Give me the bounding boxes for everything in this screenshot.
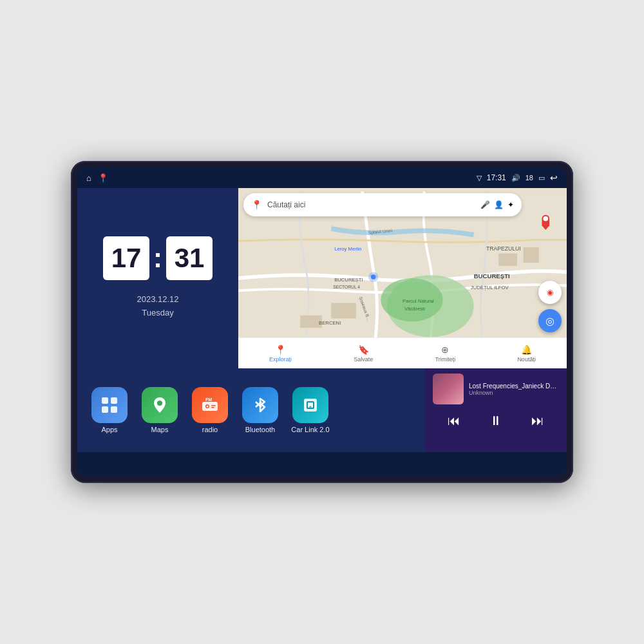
clock-date: 2023.12.12 Tuesday [137, 293, 178, 320]
carlink-svg-icon [301, 395, 320, 415]
map-nav-send[interactable]: ⊕ Trimiteți [435, 345, 456, 363]
send-icon: ⊕ [441, 345, 449, 355]
bottom-section: Apps Maps [77, 368, 567, 452]
apps-icon [91, 387, 128, 423]
radio-svg-icon: FM [200, 395, 220, 415]
music-prev-button[interactable]: ⏮ [441, 411, 467, 431]
map-nav-explore[interactable]: 📍 Explorați [269, 345, 292, 363]
map-compass-button[interactable]: ◉ [538, 281, 562, 304]
music-artist: Unknown [469, 390, 559, 396]
svg-text:Parcul Natural: Parcul Natural [402, 298, 434, 304]
map-locate-button[interactable]: ◎ [538, 309, 562, 332]
maps-label: Maps [151, 426, 169, 433]
carlink-label: Car Link 2.0 [291, 426, 329, 433]
more-options-icon[interactable]: ✦ [507, 200, 514, 209]
explore-label: Explorați [269, 356, 292, 363]
carlink-icon [292, 387, 328, 423]
bluetooth-label: Bluetooth [245, 426, 275, 433]
volume-icon: 🔊 [511, 174, 520, 182]
music-text: Lost Frequencies_Janieck Devy-... Unknow… [469, 383, 559, 396]
map-panel[interactable]: TRAPEZULUI BUCUREȘTI JUDEȚUL ILFOV BERCE… [238, 188, 567, 368]
maps-pin-icon [150, 395, 169, 415]
music-album-art [433, 374, 464, 404]
radio-label: radio [202, 426, 218, 433]
device-screen: ⌂ 📍 ▽ 17:31 🔊 18 ▭ ↩ 17 : [77, 167, 567, 477]
maps-icon [142, 387, 178, 423]
bluetooth-svg-icon [251, 395, 270, 415]
svg-rect-31 [211, 407, 214, 408]
svg-point-26 [157, 401, 162, 406]
clock-display: 17 : 31 [103, 236, 213, 280]
music-panel: Lost Frequencies_Janieck Devy-... Unknow… [425, 368, 567, 452]
map-search-pin-icon: 📍 [251, 200, 262, 210]
app-item-radio[interactable]: FM radio [188, 387, 232, 433]
app-item-bluetooth[interactable]: Bluetooth [238, 387, 282, 433]
compass-icon: ◉ [547, 288, 553, 297]
svg-rect-30 [211, 405, 216, 406]
map-nav-news[interactable]: 🔔 Noutăți [517, 345, 536, 363]
music-play-pause-button[interactable]: ⏸ [483, 411, 509, 431]
explore-icon: 📍 [275, 345, 286, 355]
status-time: 17:31 [487, 173, 506, 182]
svg-rect-25 [111, 406, 117, 413]
svg-rect-4 [524, 247, 539, 263]
status-bar-right: ▽ 17:31 🔊 18 ▭ ↩ [477, 173, 558, 183]
main-content: 17 : 31 2023.12.12 Tuesday [77, 188, 567, 477]
status-bar-left: ⌂ 📍 [86, 173, 108, 183]
bluetooth-icon [242, 387, 278, 423]
svg-rect-35 [308, 402, 313, 408]
music-title: Lost Frequencies_Janieck Devy-... [469, 383, 559, 390]
svg-rect-22 [102, 397, 108, 404]
apps-row: Apps Maps [77, 368, 425, 452]
map-search-input[interactable]: Căutați aici [267, 200, 475, 209]
album-art-image [433, 374, 464, 404]
svg-rect-24 [102, 406, 108, 413]
svg-point-29 [207, 406, 209, 408]
battery-level: 18 [526, 174, 533, 182]
locate-icon: ◎ [545, 315, 554, 327]
radio-icon: FM [192, 387, 228, 423]
saved-icon: 🔖 [358, 345, 369, 355]
status-bar: ⌂ 📍 ▽ 17:31 🔊 18 ▭ ↩ [77, 167, 567, 188]
music-next-button[interactable]: ⏭ [525, 411, 551, 431]
svg-text:TRAPEZULUI: TRAPEZULUI [486, 245, 521, 252]
map-nav-saved[interactable]: 🔖 Salvate [354, 345, 373, 363]
svg-text:FM: FM [205, 397, 212, 402]
music-info: Lost Frequencies_Janieck Devy-... Unknow… [433, 374, 559, 404]
apps-label: Apps [101, 426, 117, 433]
svg-text:BUCUREȘTI: BUCUREȘTI [474, 272, 510, 279]
svg-point-20 [371, 274, 376, 279]
svg-point-21 [543, 216, 548, 222]
signal-icon: ▽ [477, 174, 482, 182]
clock-minutes: 31 [166, 236, 213, 280]
home-icon[interactable]: ⌂ [86, 173, 91, 183]
battery-icon: ▭ [538, 174, 545, 182]
svg-text:Leroy Merlin: Leroy Merlin [334, 246, 361, 252]
svg-rect-27 [202, 402, 218, 411]
car-display-device: ⌂ 📍 ▽ 17:31 🔊 18 ▭ ↩ 17 : [71, 161, 573, 483]
clock-panel: 17 : 31 2023.12.12 Tuesday [77, 188, 238, 368]
app-item-carlink[interactable]: Car Link 2.0 [289, 387, 332, 433]
clock-hours: 17 [103, 236, 149, 280]
send-label: Trimiteți [435, 356, 456, 363]
svg-rect-23 [111, 397, 117, 404]
saved-label: Salvate [354, 356, 373, 363]
map-search-actions: 🎤 👤 ✦ [480, 200, 514, 209]
map-search-bar[interactable]: 📍 Căutați aici 🎤 👤 ✦ [243, 193, 522, 216]
app-item-apps[interactable]: Apps [88, 387, 131, 433]
back-icon[interactable]: ↩ [550, 173, 558, 183]
news-icon: 🔔 [521, 345, 532, 355]
map-bottom-nav: 📍 Explorați 🔖 Salvate ⊕ Trimiteți 🔔 [238, 337, 567, 368]
svg-text:SECTORUL 4: SECTORUL 4 [333, 285, 360, 289]
voice-search-icon[interactable]: 🎤 [480, 200, 490, 209]
top-section: 17 : 31 2023.12.12 Tuesday [77, 188, 567, 368]
svg-text:BERCENI: BERCENI [319, 320, 341, 326]
maps-shortcut-icon[interactable]: 📍 [98, 173, 108, 183]
clock-colon: : [153, 243, 162, 274]
news-label: Noutăți [517, 356, 536, 363]
svg-text:JUDEȚUL ILFOV: JUDEȚUL ILFOV [471, 285, 509, 290]
user-avatar-icon[interactable]: 👤 [494, 200, 504, 209]
svg-text:Văcărești: Văcărești [404, 306, 425, 312]
apps-grid-icon [100, 395, 119, 415]
app-item-maps[interactable]: Maps [138, 387, 182, 433]
